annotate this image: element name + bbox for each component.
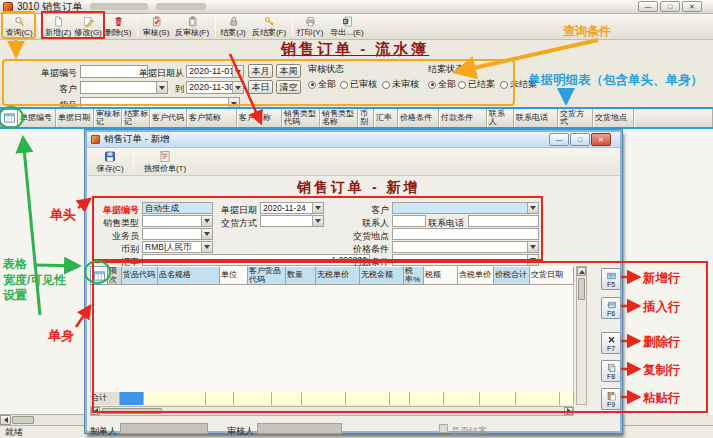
- clear-button[interactable]: 清空: [276, 80, 301, 94]
- save-button[interactable]: 保存(C): [91, 149, 129, 175]
- paste-row-button[interactable]: F9: [601, 388, 621, 410]
- column-header[interactable]: 联系电话: [514, 109, 558, 127]
- dialog-maximize-button[interactable]: □: [570, 133, 590, 146]
- dropdown-arrow-icon[interactable]: [201, 216, 212, 226]
- scrollbar-thumb[interactable]: [12, 416, 34, 424]
- scrollbar-thumb[interactable]: [102, 408, 162, 414]
- column-header[interactable]: 客户名称: [237, 109, 282, 127]
- dialog-minimize-button[interactable]: —: [549, 133, 569, 146]
- audit-yes-radio[interactable]: 已审核: [340, 78, 377, 91]
- dropdown-arrow-icon[interactable]: [312, 216, 323, 226]
- dropdown-arrow-icon[interactable]: [527, 255, 538, 265]
- column-header[interactable]: 客户代码: [150, 109, 187, 127]
- grid-column-header[interactable]: 税率%: [404, 266, 424, 285]
- dropdown-arrow-icon[interactable]: [201, 242, 212, 252]
- scroll-left-icon[interactable]: [0, 415, 11, 425]
- phone-field[interactable]: [468, 215, 539, 227]
- flow-table-hscrollbar[interactable]: [0, 414, 85, 425]
- selected-total-cell[interactable]: [120, 392, 144, 405]
- new-button[interactable]: 新增(Z): [44, 15, 72, 39]
- salesman-select[interactable]: [142, 228, 213, 240]
- column-header[interactable]: 交货地点: [593, 109, 634, 127]
- close-case-button[interactable]: 结案(J): [219, 15, 247, 39]
- column-header[interactable]: 销售类型代码: [282, 109, 320, 127]
- grid-column-header[interactable]: 价税合计: [494, 266, 530, 285]
- date-to-select[interactable]: 2020-11-30: [186, 81, 244, 94]
- dropdown-arrow-icon[interactable]: [527, 203, 538, 213]
- table-settings-button[interactable]: [0, 109, 18, 127]
- grid-hscrollbar[interactable]: [90, 406, 574, 416]
- column-header[interactable]: 审核标记: [94, 109, 122, 127]
- grid-column-header[interactable]: 项次: [108, 266, 122, 285]
- today-button[interactable]: 本日: [248, 80, 273, 94]
- date-from-select[interactable]: 2020-11-01: [186, 65, 244, 78]
- scrollbar-thumb[interactable]: [578, 278, 585, 300]
- column-header[interactable]: 币别: [358, 109, 374, 127]
- column-header[interactable]: 单据编号: [18, 109, 56, 127]
- grid-column-header[interactable]: 品名规格: [158, 266, 220, 285]
- column-header[interactable]: 结案标记: [122, 109, 150, 127]
- print-button[interactable]: 打印(Y): [296, 15, 324, 39]
- column-header[interactable]: 汇率: [374, 109, 398, 127]
- dropdown-arrow-icon[interactable]: [312, 203, 323, 213]
- dropdown-arrow-icon[interactable]: [232, 82, 243, 93]
- close-all-radio[interactable]: 全部: [428, 78, 456, 91]
- column-header[interactable]: 价格条件: [398, 109, 439, 127]
- minimize-button[interactable]: —: [638, 1, 658, 12]
- copy-row-button[interactable]: F8: [601, 360, 621, 382]
- grid-column-header[interactable]: 无税单价: [316, 266, 360, 285]
- add-row-button[interactable]: F5: [601, 268, 621, 290]
- grid-settings-button[interactable]: [90, 266, 108, 285]
- audit-button[interactable]: 审核(S): [142, 15, 170, 39]
- pick-quote-button[interactable]: 挑报价单(T): [137, 149, 193, 175]
- delete-row-button[interactable]: F7: [601, 332, 621, 354]
- scroll-up-icon[interactable]: [577, 267, 586, 276]
- maximize-button[interactable]: □: [660, 1, 680, 12]
- insert-row-button[interactable]: F6: [601, 297, 621, 319]
- dropdown-arrow-icon[interactable]: [201, 229, 212, 239]
- grid-column-header[interactable]: 客户货品代码: [248, 266, 286, 285]
- price-cond-select[interactable]: [392, 241, 539, 253]
- column-header[interactable]: 客户简称: [187, 109, 237, 127]
- scroll-left-icon[interactable]: [91, 407, 100, 415]
- delivery-place-field[interactable]: [392, 228, 539, 240]
- scroll-right-icon[interactable]: [564, 407, 573, 415]
- grid-column-header[interactable]: 货品代码: [122, 266, 158, 285]
- unaudit-button[interactable]: 反审核(F): [172, 15, 212, 39]
- this-week-button[interactable]: 本周: [276, 64, 301, 78]
- pay-cond-select[interactable]: [392, 254, 539, 266]
- column-header[interactable]: 销售类型名称: [320, 109, 358, 127]
- doc-no-field[interactable]: 自动生成: [142, 202, 213, 214]
- close-yes-radio[interactable]: 已结案: [458, 78, 495, 91]
- sale-type-select[interactable]: [142, 215, 213, 227]
- audit-all-radio[interactable]: 全部: [308, 78, 336, 91]
- dropdown-arrow-icon[interactable]: [527, 242, 538, 252]
- query-button[interactable]: 查询(C): [2, 15, 36, 39]
- delete-button[interactable]: 删除(S): [104, 15, 132, 39]
- reopen-case-button[interactable]: 反结案(F): [249, 15, 289, 39]
- grid-column-header[interactable]: 单位: [220, 266, 248, 285]
- rate-field[interactable]: 1.000000: [142, 254, 370, 266]
- currency-select[interactable]: RMB|人民币: [142, 241, 213, 253]
- this-month-button[interactable]: 本月: [248, 64, 273, 78]
- grid-column-header[interactable]: 含税单价: [458, 266, 494, 285]
- audit-no-radio[interactable]: 未审核: [382, 78, 419, 91]
- doc-date-select[interactable]: 2020-11-24: [260, 202, 324, 214]
- customer-select[interactable]: [80, 81, 168, 94]
- delivery-mode-select[interactable]: [260, 215, 324, 227]
- contact-field[interactable]: [392, 215, 426, 227]
- column-header[interactable]: 交货方式: [558, 109, 593, 127]
- dialog-close-button[interactable]: ✕: [591, 133, 611, 146]
- detail-grid-body[interactable]: [90, 285, 574, 392]
- column-header[interactable]: 付款条件: [439, 109, 487, 127]
- edit-button[interactable]: 修改(G): [74, 15, 102, 39]
- grid-column-header[interactable]: 税额: [424, 266, 458, 285]
- grid-column-header[interactable]: 交货日期: [530, 266, 574, 285]
- closed-checkbox[interactable]: [439, 424, 448, 433]
- grid-column-header[interactable]: 无税金额: [360, 266, 404, 285]
- export-button[interactable]: 导出...(E): [326, 15, 368, 39]
- close-button[interactable]: ✕: [682, 1, 702, 12]
- grid-column-header[interactable]: 数量: [286, 266, 316, 285]
- dropdown-arrow-icon[interactable]: [232, 66, 243, 77]
- customer-select[interactable]: [392, 202, 539, 214]
